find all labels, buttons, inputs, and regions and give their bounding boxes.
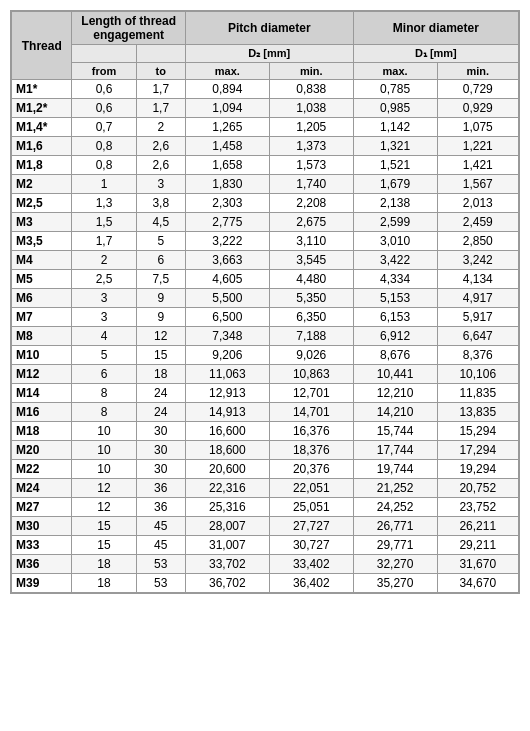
cell-from: 3 xyxy=(72,308,136,327)
cell-to: 9 xyxy=(136,308,185,327)
cell-d2min: 16,376 xyxy=(269,422,353,441)
cell-to: 1,7 xyxy=(136,80,185,99)
cell-thread: M1* xyxy=(12,80,72,99)
cell-d1min: 11,835 xyxy=(437,384,518,403)
cell-d2min: 1,205 xyxy=(269,118,353,137)
cell-d1min: 4,134 xyxy=(437,270,518,289)
cell-d1max: 12,210 xyxy=(353,384,437,403)
cell-d2min: 7,188 xyxy=(269,327,353,346)
cell-d2max: 14,913 xyxy=(185,403,269,422)
cell-to: 45 xyxy=(136,517,185,536)
cell-d1min: 17,294 xyxy=(437,441,518,460)
cell-d1max: 2,599 xyxy=(353,213,437,232)
cell-to: 3,8 xyxy=(136,194,185,213)
cell-d2max: 1,094 xyxy=(185,99,269,118)
cell-thread: M36 xyxy=(12,555,72,574)
cell-d1min: 0,729 xyxy=(437,80,518,99)
cell-to: 53 xyxy=(136,555,185,574)
cell-d2max: 7,348 xyxy=(185,327,269,346)
table-row: M4263,6633,5453,4223,242 xyxy=(12,251,519,270)
cell-d2max: 33,702 xyxy=(185,555,269,574)
cell-from: 0,6 xyxy=(72,99,136,118)
cell-d2max: 36,702 xyxy=(185,574,269,593)
cell-to: 24 xyxy=(136,384,185,403)
table-row: M1,60,82,61,4581,3731,3211,221 xyxy=(12,137,519,156)
cell-d2min: 1,373 xyxy=(269,137,353,156)
cell-d1max: 1,321 xyxy=(353,137,437,156)
cell-d1min: 0,929 xyxy=(437,99,518,118)
cell-thread: M6 xyxy=(12,289,72,308)
cell-d2min: 6,350 xyxy=(269,308,353,327)
cell-from: 12 xyxy=(72,498,136,517)
cell-d2max: 3,663 xyxy=(185,251,269,270)
cell-d1min: 4,917 xyxy=(437,289,518,308)
cell-thread: M18 xyxy=(12,422,72,441)
cell-thread: M2 xyxy=(12,175,72,194)
cell-d1min: 1,421 xyxy=(437,156,518,175)
cell-from: 2 xyxy=(72,251,136,270)
cell-thread: M16 xyxy=(12,403,72,422)
cell-d2min: 3,110 xyxy=(269,232,353,251)
table-row: M1*0,61,70,8940,8380,7850,729 xyxy=(12,80,519,99)
cell-from: 8 xyxy=(72,384,136,403)
cell-from: 1,5 xyxy=(72,213,136,232)
header-length-to-placeholder xyxy=(136,45,185,63)
cell-thread: M12 xyxy=(12,365,72,384)
cell-d1max: 17,744 xyxy=(353,441,437,460)
cell-d2max: 20,600 xyxy=(185,460,269,479)
table-row: M33154531,00730,72729,77129,211 xyxy=(12,536,519,555)
cell-thread: M2,5 xyxy=(12,194,72,213)
header-minor-diameter: Minor diameter xyxy=(353,12,518,45)
table-row: M22103020,60020,37619,74419,294 xyxy=(12,460,519,479)
cell-d1min: 23,752 xyxy=(437,498,518,517)
cell-d2max: 22,316 xyxy=(185,479,269,498)
header-pitch-diameter: Pitch diameter xyxy=(185,12,353,45)
cell-d1max: 1,679 xyxy=(353,175,437,194)
cell-d2min: 20,376 xyxy=(269,460,353,479)
cell-d1min: 1,567 xyxy=(437,175,518,194)
cell-from: 3 xyxy=(72,289,136,308)
cell-from: 10 xyxy=(72,422,136,441)
cell-from: 5 xyxy=(72,346,136,365)
table-row: M30154528,00727,72726,77126,211 xyxy=(12,517,519,536)
cell-to: 1,7 xyxy=(136,99,185,118)
cell-d2min: 33,402 xyxy=(269,555,353,574)
cell-d2max: 5,500 xyxy=(185,289,269,308)
cell-from: 10 xyxy=(72,441,136,460)
cell-d1min: 34,670 xyxy=(437,574,518,593)
table-row: M7396,5006,3506,1535,917 xyxy=(12,308,519,327)
cell-d1max: 3,010 xyxy=(353,232,437,251)
cell-to: 7,5 xyxy=(136,270,185,289)
cell-d2min: 5,350 xyxy=(269,289,353,308)
cell-from: 1,7 xyxy=(72,232,136,251)
cell-d1max: 26,771 xyxy=(353,517,437,536)
cell-d1max: 14,210 xyxy=(353,403,437,422)
header-thread: Thread xyxy=(12,12,72,80)
table-row: M84127,3487,1886,9126,647 xyxy=(12,327,519,346)
cell-d2min: 1,038 xyxy=(269,99,353,118)
cell-from: 0,6 xyxy=(72,80,136,99)
cell-d1min: 2,850 xyxy=(437,232,518,251)
cell-d1min: 31,670 xyxy=(437,555,518,574)
cell-d2min: 2,208 xyxy=(269,194,353,213)
cell-d2max: 1,265 xyxy=(185,118,269,137)
cell-d1max: 24,252 xyxy=(353,498,437,517)
cell-d1max: 5,153 xyxy=(353,289,437,308)
cell-thread: M1,2* xyxy=(12,99,72,118)
cell-d1min: 5,917 xyxy=(437,308,518,327)
table-row: M1,4*0,721,2651,2051,1421,075 xyxy=(12,118,519,137)
cell-from: 0,7 xyxy=(72,118,136,137)
cell-thread: M33 xyxy=(12,536,72,555)
cell-d2max: 31,007 xyxy=(185,536,269,555)
cell-d1min: 26,211 xyxy=(437,517,518,536)
cell-d1max: 10,441 xyxy=(353,365,437,384)
table-body: M1*0,61,70,8940,8380,7850,729M1,2*0,61,7… xyxy=(12,80,519,593)
cell-d1min: 13,835 xyxy=(437,403,518,422)
cell-d2max: 4,605 xyxy=(185,270,269,289)
cell-d1min: 19,294 xyxy=(437,460,518,479)
cell-to: 24 xyxy=(136,403,185,422)
cell-to: 45 xyxy=(136,536,185,555)
cell-from: 6 xyxy=(72,365,136,384)
cell-d2max: 12,913 xyxy=(185,384,269,403)
header-d2-unit: D₂ [mm] xyxy=(185,45,353,63)
